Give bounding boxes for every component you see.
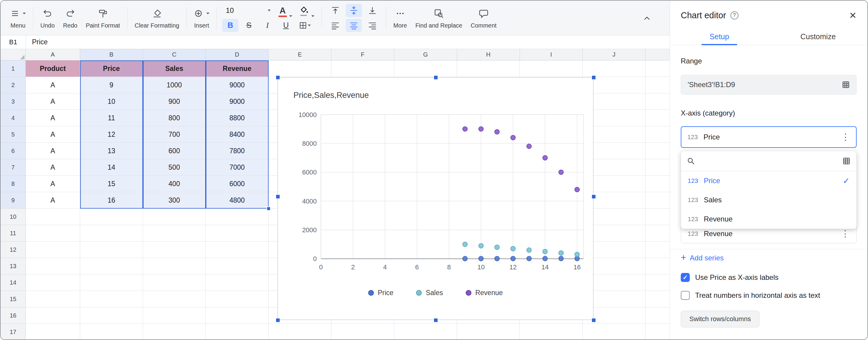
dropdown-search[interactable] <box>681 151 856 171</box>
cell[interactable]: A <box>26 159 80 176</box>
cell[interactable] <box>269 324 332 339</box>
cell[interactable]: 700 <box>143 126 206 143</box>
checkbox-icon[interactable]: ✓ <box>681 291 690 300</box>
row-header[interactable]: 6 <box>1 143 26 159</box>
cell[interactable] <box>269 60 332 77</box>
column-header[interactable]: J <box>583 49 646 60</box>
cell[interactable] <box>206 291 269 307</box>
switch-rows-columns-button[interactable]: Switch rows/columns <box>681 311 760 328</box>
row-header[interactable]: 12 <box>1 242 26 258</box>
cell[interactable] <box>646 324 670 339</box>
paint-format-button[interactable]: Paint Format <box>82 6 124 30</box>
cell[interactable]: A <box>26 77 80 93</box>
cell[interactable]: A <box>26 110 80 126</box>
cell[interactable]: 10 <box>80 93 143 110</box>
cell[interactable] <box>646 208 670 225</box>
chart-handle-top-left[interactable] <box>276 76 280 80</box>
cell[interactable] <box>26 291 80 307</box>
column-header[interactable]: A <box>26 49 80 60</box>
italic-button[interactable]: I <box>259 19 276 32</box>
row-header[interactable]: 8 <box>1 176 26 192</box>
cell[interactable]: 14 <box>80 159 143 176</box>
row-header[interactable]: 9 <box>1 192 26 208</box>
cell[interactable] <box>457 324 520 339</box>
cell[interactable] <box>646 258 670 275</box>
formula-input[interactable]: Price <box>26 35 48 49</box>
kebab-icon[interactable]: ⋮ <box>841 229 850 238</box>
cell[interactable] <box>206 324 269 339</box>
embedded-chart[interactable]: Price,Sales,Revenue 02000400060008000100… <box>278 77 593 320</box>
cell[interactable] <box>80 258 143 275</box>
cell[interactable]: Product <box>26 60 80 77</box>
fill-color-button[interactable] <box>297 4 316 17</box>
cell[interactable]: 11 <box>80 110 143 126</box>
row-header[interactable]: 4 <box>1 110 26 126</box>
chart-handle-top-middle[interactable] <box>434 76 438 80</box>
cell[interactable] <box>646 126 670 143</box>
cell[interactable] <box>143 225 206 242</box>
cell[interactable]: A <box>26 126 80 143</box>
cell[interactable] <box>26 225 80 242</box>
fill-handle[interactable] <box>267 206 271 211</box>
cell[interactable] <box>583 60 646 77</box>
row-header[interactable]: 7 <box>1 159 26 176</box>
cell[interactable] <box>26 307 80 324</box>
cell[interactable]: A <box>26 93 80 110</box>
column-header[interactable]: I <box>520 49 583 60</box>
dropdown-option-sales[interactable]: 123Sales <box>681 190 856 209</box>
cell[interactable]: A <box>26 192 80 208</box>
align-bottom-button[interactable] <box>364 4 380 17</box>
cell[interactable]: 16 <box>80 192 143 208</box>
tab-customize[interactable]: Customize <box>769 28 867 45</box>
cell[interactable] <box>646 60 670 77</box>
cell[interactable] <box>646 307 670 324</box>
cell[interactable] <box>206 275 269 291</box>
cell[interactable] <box>646 77 670 93</box>
select-range-grid-icon[interactable] <box>842 81 850 89</box>
redo-button[interactable]: Redo <box>59 6 82 30</box>
bold-button[interactable]: B <box>222 19 238 32</box>
align-middle-button[interactable] <box>346 4 362 17</box>
cell[interactable]: 9 <box>80 77 143 93</box>
help-icon[interactable]: ? <box>731 11 739 20</box>
text-color-button[interactable]: A <box>277 4 294 17</box>
column-header[interactable]: C <box>143 49 206 60</box>
cell[interactable] <box>143 208 206 225</box>
row-header[interactable]: 16 <box>1 307 26 324</box>
cell[interactable]: 500 <box>143 159 206 176</box>
cell[interactable]: 7800 <box>206 143 269 159</box>
cell[interactable] <box>646 176 670 192</box>
cell[interactable] <box>80 208 143 225</box>
cell[interactable] <box>332 324 394 339</box>
menu-button[interactable]: Menu <box>6 6 30 30</box>
collapse-toolbar-button[interactable] <box>638 9 656 27</box>
range-input[interactable]: 'Sheet3'!B1:D9 <box>681 75 857 94</box>
cell[interactable] <box>646 110 670 126</box>
align-center-button[interactable] <box>346 19 362 32</box>
chart-handle-bottom-right[interactable] <box>592 318 596 322</box>
cell[interactable] <box>646 143 670 159</box>
cell[interactable] <box>26 258 80 275</box>
checkbox-use-price-labels[interactable]: ✓ Use Price as X-axis labels <box>681 273 779 282</box>
checkbox-icon[interactable]: ✓ <box>681 273 690 282</box>
cell[interactable]: 13 <box>80 143 143 159</box>
cell[interactable]: 6000 <box>206 176 269 192</box>
column-header[interactable] <box>646 49 670 60</box>
cell[interactable] <box>646 93 670 110</box>
cell[interactable] <box>646 275 670 291</box>
row-header[interactable]: 1 <box>1 60 26 77</box>
cell[interactable] <box>520 60 583 77</box>
cell[interactable]: 12 <box>80 126 143 143</box>
cell[interactable] <box>143 275 206 291</box>
cell[interactable] <box>646 192 670 208</box>
column-header[interactable]: F <box>332 49 394 60</box>
cell[interactable]: 9000 <box>206 77 269 93</box>
align-top-button[interactable] <box>327 4 343 17</box>
tab-setup[interactable]: Setup <box>670 28 769 45</box>
checkbox-treat-numbers-as-text[interactable]: ✓ Treat numbers in horizontal axis as te… <box>681 291 820 300</box>
cell[interactable] <box>206 225 269 242</box>
cell[interactable] <box>394 60 457 77</box>
row-header[interactable]: 11 <box>1 225 26 242</box>
cell[interactable] <box>80 225 143 242</box>
add-series-button[interactable]: + Add series <box>681 254 724 262</box>
